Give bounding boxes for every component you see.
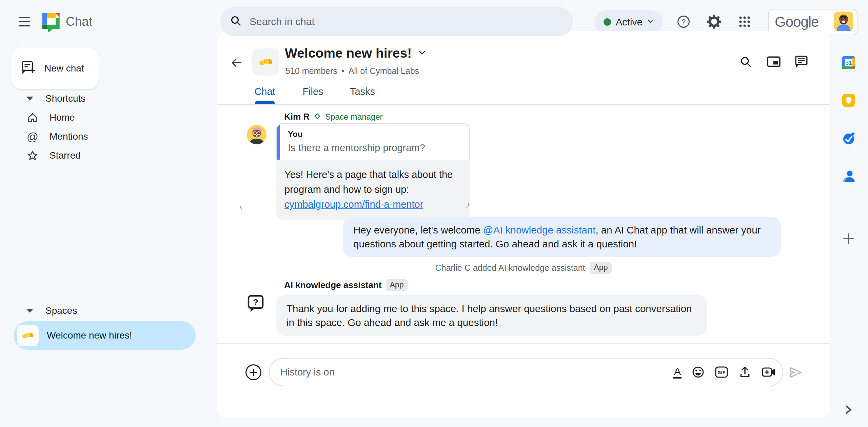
app-title: Chat: [66, 0, 92, 43]
settings-button[interactable]: [705, 12, 724, 31]
search-input[interactable]: [250, 16, 541, 27]
keep-icon: [840, 92, 857, 109]
add-attachment-button[interactable]: [245, 364, 261, 380]
status-selector[interactable]: Active: [595, 10, 663, 34]
help-button[interactable]: ?: [674, 12, 693, 31]
space-meta: 510 members • All of Cymbal Labs: [285, 66, 419, 76]
plus-icon: [843, 232, 855, 245]
divider: [842, 203, 855, 203]
diamond-icon: [314, 113, 321, 121]
question-bubble-icon[interactable]: ?: [247, 294, 265, 313]
quote-accent-bar: [277, 124, 280, 160]
message-sender-row: Kim R Space manager: [284, 111, 383, 122]
mention-chip[interactable]: @AI knowledge assistant: [483, 224, 596, 236]
tasks-icon: [841, 130, 857, 147]
open-in-pip-button[interactable]: [764, 53, 783, 72]
message-bubble-own[interactable]: Hey everyone, let's welcome @AI knowledg…: [343, 217, 781, 257]
active-tab-indicator: [255, 101, 275, 104]
tasks-button[interactable]: [840, 130, 857, 147]
contacts-button[interactable]: [840, 168, 857, 185]
chevron-down-icon: [647, 19, 654, 25]
message-text: Thank you for adding me to this space. I…: [287, 303, 692, 328]
app-badge: App: [590, 262, 612, 274]
apps-grid-button[interactable]: [735, 12, 754, 31]
menu-icon: [19, 17, 30, 18]
help-icon: ?: [676, 15, 691, 29]
main-menu-button[interactable]: [17, 15, 32, 28]
chat-logo-icon: [41, 11, 60, 34]
video-plus-icon[interactable]: [762, 366, 776, 378]
space-avatar: [252, 48, 279, 76]
quote-text: Is there a mentorship program?: [288, 142, 461, 154]
avatar[interactable]: [834, 12, 853, 33]
threads-button[interactable]: [792, 53, 811, 72]
home-icon: [23, 111, 42, 124]
gif-icon[interactable]: GIF: [715, 366, 728, 378]
add-app-button[interactable]: [840, 230, 857, 247]
status-label: Active: [616, 17, 643, 28]
search-icon: [739, 56, 752, 68]
tab-chat[interactable]: Chat: [252, 82, 278, 101]
sidebar-item-mentions[interactable]: @ Mentions: [0, 127, 210, 146]
space-title-menu[interactable]: Welcome new hires!: [285, 46, 426, 61]
member-count: 510 members: [285, 66, 337, 76]
apps-grid-icon: [738, 15, 751, 28]
message-link[interactable]: cymbalgroup.com/find-a-mentor: [284, 199, 423, 210]
svg-text:?: ?: [682, 18, 686, 26]
sender-name: Kim R: [284, 111, 310, 122]
quote-author: You: [288, 129, 461, 139]
search-in-space-button[interactable]: [736, 53, 755, 72]
new-chat-button[interactable]: New chat: [11, 47, 99, 89]
expand-panel-button[interactable]: [840, 401, 857, 418]
contacts-icon: [841, 168, 857, 184]
calendar-button[interactable]: 31: [840, 54, 857, 71]
svg-text:31: 31: [846, 60, 852, 66]
message-bubble: Yes! Here's a page that talks about the …: [276, 160, 470, 220]
new-chat-label: New chat: [44, 63, 84, 74]
system-event-text: Charlie C added AI knowledge assistant: [435, 263, 585, 273]
message-input[interactable]: [280, 367, 673, 378]
chevron-down-icon: [418, 50, 426, 57]
format-icon[interactable]: A: [673, 366, 682, 379]
star-icon: [23, 149, 42, 162]
sender-name: AI knowledge assistant: [284, 280, 382, 290]
plus-circle-icon: [250, 368, 258, 377]
search-bar[interactable]: [220, 7, 573, 36]
avatar[interactable]: [247, 125, 267, 144]
google-wordmark: Google: [775, 14, 818, 30]
message-compose-box[interactable]: A GIF: [269, 358, 783, 386]
send-icon: [788, 366, 803, 379]
sidebar-item-home[interactable]: Home: [0, 108, 210, 127]
send-button[interactable]: [787, 364, 804, 380]
conversation-panel: Welcome new hires! 510 members • All of …: [217, 31, 830, 418]
sidebar-item-space-welcome-new-hires[interactable]: Welcome new hires!: [14, 321, 196, 350]
chevron-right-icon: [844, 405, 853, 415]
tab-files[interactable]: Files: [300, 82, 326, 101]
svg-text:?: ?: [253, 297, 258, 307]
spaces-section-header[interactable]: Spaces: [0, 301, 210, 320]
emoji-icon[interactable]: [692, 366, 705, 379]
caret-down-icon: [26, 97, 33, 101]
handshake-icon: [17, 325, 39, 346]
divider: [217, 343, 830, 344]
shortcuts-section-header[interactable]: Shortcuts: [0, 89, 210, 108]
page-title: Welcome new hires!: [285, 46, 412, 61]
search-icon: [230, 15, 242, 28]
system-event: Charlie C added AI knowledge assistant A…: [217, 262, 830, 274]
app-badge: App: [386, 279, 408, 291]
quoted-message-card[interactable]: You Is there a mentorship program? Yes! …: [276, 123, 470, 220]
at-icon: @: [23, 130, 42, 143]
tab-tasks[interactable]: Tasks: [349, 82, 376, 101]
message-sender-row: AI knowledge assistant App: [284, 279, 408, 291]
upload-icon[interactable]: [738, 366, 751, 379]
settings-gear-icon: [707, 14, 722, 29]
svg-text:GIF: GIF: [718, 370, 726, 375]
keep-button[interactable]: [840, 92, 857, 109]
calendar-icon: 31: [840, 54, 857, 71]
org-audience: All of Cymbal Labs: [349, 66, 419, 76]
back-button[interactable]: [229, 55, 244, 70]
handshake-icon: [258, 54, 274, 70]
divider: [217, 104, 830, 105]
sidebar-item-starred[interactable]: Starred: [0, 146, 210, 165]
message-bubble[interactable]: Thank you for adding me to this space. I…: [276, 295, 707, 336]
